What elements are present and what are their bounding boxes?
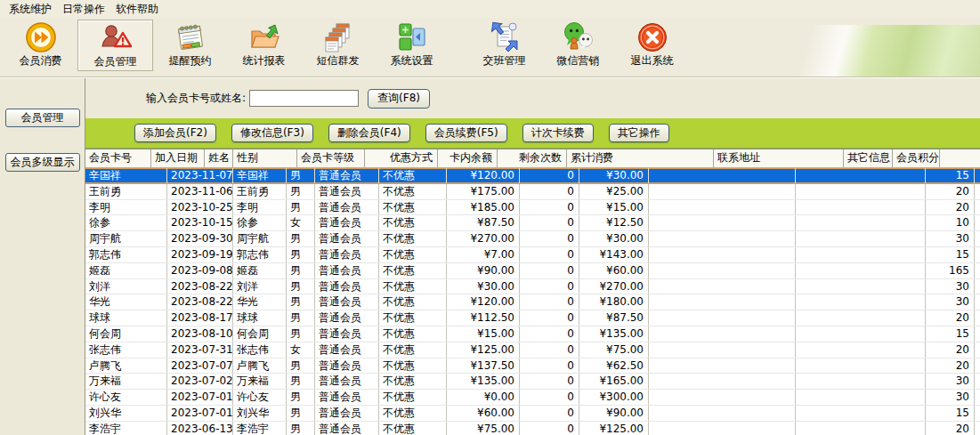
action-button[interactable]: 其它操作 — [609, 124, 669, 142]
toolbar-button[interactable]: 退出系统 — [615, 20, 689, 69]
cell-total-spent: ¥270.00 — [579, 279, 649, 294]
table-header-cell[interactable]: 联系地址 — [714, 149, 844, 167]
cell-join-date: 2023-07-31 — [167, 342, 233, 358]
table-row[interactable]: 刘兴华 2023-07-01 刘兴华 男 普通会员 不优惠 ¥60.00 0 ¥… — [85, 406, 980, 422]
cell-address — [649, 294, 796, 310]
cell-points: 20 — [926, 342, 975, 358]
cell-card-number: 郭志伟 — [85, 247, 167, 262]
search-input[interactable] — [249, 90, 359, 107]
table-header-cell[interactable]: 加入日期 — [151, 149, 205, 167]
cell-other-info — [796, 390, 926, 405]
toolbar-button-label: 短信群发 — [317, 54, 360, 67]
table-row[interactable]: 徐参 2023-10-15 徐参 女 普通会员 不优惠 ¥87.50 0 ¥12… — [85, 215, 980, 231]
cell-points: 20 — [926, 310, 975, 326]
shift-doc-icon — [489, 20, 521, 54]
cell-address — [649, 184, 796, 199]
toolbar-button[interactable]: 微信营销 — [541, 20, 615, 69]
toolbar-button[interactable]: 统计报表 — [227, 20, 301, 69]
table-row[interactable]: 张志伟 2023-07-31 张志伟 女 普通会员 不优惠 ¥125.00 0 … — [85, 342, 980, 358]
sidebar-button[interactable]: 会员多级显示 — [5, 153, 80, 172]
toolbar-button[interactable]: 会员管理 — [77, 20, 153, 71]
cell-name: 华光 — [233, 294, 287, 310]
wechat-icon — [563, 20, 595, 54]
cell-card-level: 普通会员 — [315, 294, 379, 310]
cell-total-spent: ¥125.00 — [579, 422, 649, 435]
cell-other-info — [796, 263, 926, 278]
cell-times-left: 0 — [520, 310, 579, 326]
table-row[interactable]: 何会周 2023-08-10 何会周 男 普通会员 不优惠 ¥15.00 0 ¥… — [85, 326, 980, 342]
table-header-cell[interactable]: 性别 — [233, 149, 297, 167]
table-row[interactable]: 刘洋 2023-08-22 刘洋 男 普通会员 不优惠 ¥30.00 0 ¥27… — [85, 279, 980, 295]
cell-other-info — [796, 247, 926, 262]
menu-item[interactable]: 软件帮助 — [110, 0, 164, 19]
cell-card-number: 万来福 — [85, 374, 167, 389]
action-button[interactable]: 添加会员(F2) — [134, 124, 216, 142]
sidebar-button[interactable]: 会员管理 — [5, 109, 80, 127]
table-row[interactable]: 华光 2023-08-22 华光 男 普通会员 不优惠 ¥120.00 0 ¥1… — [85, 294, 980, 310]
cell-name: 万来福 — [233, 374, 287, 389]
table-row[interactable]: 许心友 2023-07-01 许心友 男 普通会员 不优惠 ¥0.00 0 ¥3… — [85, 390, 980, 406]
cell-other-info — [796, 326, 926, 342]
cell-name: 辛国祥 — [233, 168, 287, 183]
cell-balance: ¥120.00 — [447, 168, 520, 183]
toolbar-button[interactable]: 提醒预约 — [153, 20, 227, 69]
cell-gender: 女 — [287, 342, 315, 358]
table-header-cell[interactable]: 卡内余额 — [438, 149, 498, 167]
table-row[interactable]: 万来福 2023-07-02 万来福 男 普通会员 不优惠 ¥135.00 0 … — [85, 374, 980, 390]
cell-times-left: 0 — [520, 231, 579, 246]
table-row[interactable]: 球球 2023-08-17 球球 男 普通会员 不优惠 ¥112.50 0 ¥8… — [85, 310, 980, 326]
action-button[interactable]: 删除会员(F4) — [328, 124, 410, 142]
cell-join-date: 2023-10-15 — [167, 215, 233, 230]
cell-name: 李浩宇 — [233, 422, 287, 435]
cell-balance: ¥137.50 — [447, 358, 520, 374]
table-row[interactable]: 周宇航 2023-09-30 周宇航 男 普通会员 不优惠 ¥270.00 0 … — [85, 231, 980, 247]
cell-points: 15 — [926, 247, 975, 262]
query-button[interactable]: 查询(F8) — [368, 89, 430, 109]
table-header-cell[interactable]: 会员积分 — [893, 149, 940, 167]
cell-other-info — [796, 422, 926, 435]
table-header-cell[interactable]: 其它信息 — [844, 149, 893, 167]
table-header-cell[interactable]: 剩余次数 — [498, 149, 567, 167]
cell-points: 30 — [926, 279, 975, 294]
cell-name: 张志伟 — [233, 342, 287, 358]
table-row[interactable]: 姬磊 2023-09-08 姬磊 男 普通会员 不优惠 ¥90.00 0 ¥60… — [85, 263, 980, 279]
cell-card-number: 刘兴华 — [85, 406, 167, 421]
cell-card-number: 辛国祥 — [85, 168, 167, 183]
cell-other-info — [796, 358, 926, 374]
toolbar-button[interactable]: 交班管理 — [467, 20, 541, 69]
cell-total-spent: ¥180.00 — [579, 294, 649, 310]
table-row[interactable]: 卢腾飞 2023-07-07 卢腾飞 男 普通会员 不优惠 ¥137.50 0 … — [85, 358, 980, 375]
cell-join-date: 2023-11-07 — [167, 168, 233, 183]
table-row[interactable]: 辛国祥 2023-11-07 辛国祥 男 普通会员 不优惠 ¥120.00 0 … — [85, 168, 980, 184]
cell-discount-type: 不优惠 — [379, 294, 447, 310]
action-button[interactable]: 修改信息(F3) — [231, 124, 313, 142]
table-header-cell[interactable]: 会员卡等级 — [297, 149, 365, 167]
cell-discount-type: 不优惠 — [379, 390, 447, 405]
table-row[interactable]: 王前勇 2023-11-06 王前勇 男 普通会员 不优惠 ¥175.00 0 … — [85, 184, 980, 200]
cell-gender: 男 — [287, 168, 315, 183]
cell-address — [649, 358, 796, 374]
notepad-icon — [174, 20, 207, 54]
toolbar-button[interactable]: 系统设置 — [375, 20, 449, 69]
table-header-cell[interactable]: 优惠方式 — [365, 149, 438, 167]
toolbar-button[interactable]: 短信群发 — [301, 20, 375, 69]
members-table: 会员卡号 加入日期 姓名 性别 会员卡等级 优惠方式 卡内余额 剩余次数 累计消… — [85, 149, 980, 435]
toolbar-button-label: 交班管理 — [483, 54, 526, 67]
toolbar-button-label: 微信营销 — [557, 54, 600, 67]
action-button[interactable]: 计次卡续费 — [522, 124, 594, 142]
cell-join-date: 2023-08-22 — [167, 294, 233, 310]
table-header-cell[interactable]: 姓名 — [205, 149, 233, 167]
table-row[interactable]: 李浩宇 2023-06-13 李浩宇 男 普通会员 不优惠 ¥75.00 0 ¥… — [85, 422, 980, 435]
table-header-cell[interactable]: 累计消费 — [567, 149, 714, 167]
toolbar-button[interactable]: 会员消费 — [4, 20, 77, 69]
cell-address — [649, 263, 796, 278]
table-row[interactable]: 郭志伟 2023-09-19 郭志伟 男 普通会员 不优惠 ¥7.00 0 ¥1… — [85, 247, 980, 263]
cell-gender: 男 — [287, 390, 315, 405]
cell-discount-type: 不优惠 — [379, 200, 447, 215]
menu-item[interactable]: 系统维护 — [4, 0, 57, 19]
table-row[interactable]: 李明 2023-10-25 李明 男 普通会员 不优惠 ¥185.00 0 ¥1… — [85, 200, 980, 216]
table-header-cell[interactable]: 会员卡号 — [85, 149, 151, 167]
cell-join-date: 2023-07-01 — [167, 390, 233, 405]
action-button[interactable]: 会员续费(F5) — [425, 124, 507, 142]
menu-item[interactable]: 日常操作 — [57, 0, 110, 19]
